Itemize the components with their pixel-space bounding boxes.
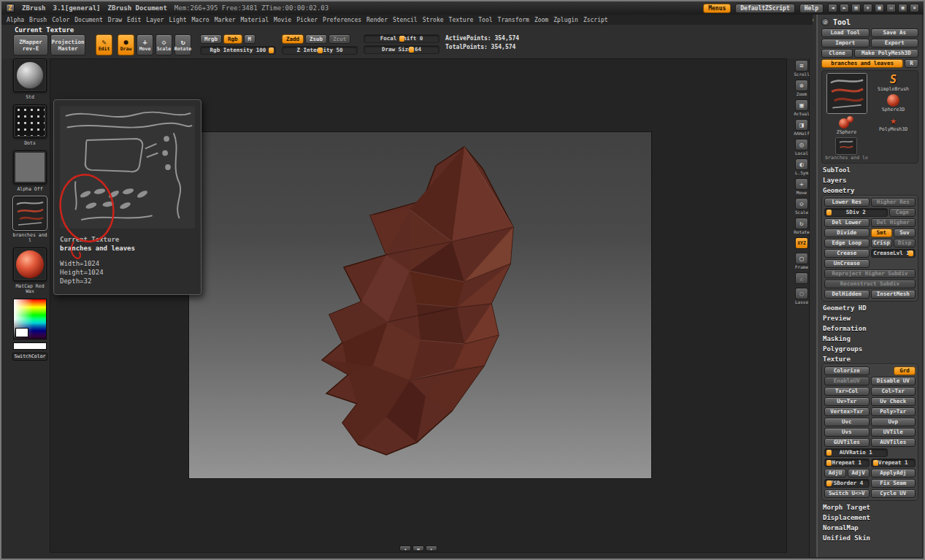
current-color-swatch[interactable] xyxy=(15,328,28,337)
rotate-button[interactable]: ↻ Rotate xyxy=(174,34,191,55)
window-icon[interactable]: ◄ xyxy=(828,4,837,12)
edit-button[interactable]: ✎ Edit xyxy=(96,34,112,55)
tool-top-button[interactable]: Load Tool xyxy=(821,28,870,37)
geometry-button[interactable]: Smt xyxy=(871,229,893,237)
stroke-thumb[interactable] xyxy=(13,104,47,138)
geometry-button[interactable]: Cage xyxy=(889,208,916,217)
tool-top-button[interactable]: branches and leaves xyxy=(821,59,903,68)
menu-item[interactable]: Preferences xyxy=(321,16,364,24)
tool-top-button[interactable]: Clone xyxy=(821,49,853,58)
help-button[interactable]: Help xyxy=(799,4,824,13)
palette-section[interactable]: Unified Skin xyxy=(821,532,918,542)
texture-button[interactable]: Col>Txr xyxy=(871,387,916,396)
texture-button[interactable]: Poly>Txr xyxy=(871,407,916,416)
menu-item[interactable]: Movie xyxy=(272,16,293,24)
switch-color-button[interactable]: SwitchColor xyxy=(12,353,47,361)
texture-button[interactable]: Uvc xyxy=(824,418,870,426)
strip-item[interactable]: XYZ xyxy=(795,237,808,250)
menu-item[interactable]: Render xyxy=(364,16,390,24)
texture-thumb[interactable] xyxy=(13,196,47,230)
menu-item[interactable]: Macro xyxy=(190,16,212,24)
strip-item[interactable]: ◭ xyxy=(795,272,808,285)
tool-item-recent[interactable]: branches and le xyxy=(825,137,868,161)
texture-button[interactable]: Txr>Col xyxy=(824,387,870,396)
menu-item[interactable]: Stencil xyxy=(391,16,420,24)
window-icon[interactable]: ▣ xyxy=(898,4,907,12)
texture-button[interactable]: FSBorder 4 xyxy=(824,479,870,488)
menu-item[interactable]: Transform xyxy=(496,16,531,24)
texture-button[interactable]: Uv>Txr xyxy=(824,397,870,406)
menu-item[interactable]: Brush xyxy=(27,16,49,24)
menus-button[interactable]: Menus xyxy=(703,4,731,13)
draw-size-slider[interactable]: Draw Size 64 xyxy=(364,45,440,54)
model-3d[interactable] xyxy=(300,139,541,468)
menu-item[interactable]: Light xyxy=(166,16,188,24)
menu-item[interactable]: Zplugin xyxy=(551,16,580,24)
strip-item[interactable]: ▣ Actual xyxy=(794,99,810,116)
texture-button[interactable]: Uvs xyxy=(824,428,870,437)
menu-item[interactable]: Draw xyxy=(106,16,124,24)
tool-top-button[interactable]: Import xyxy=(821,39,870,47)
menu-item[interactable]: Zoom xyxy=(532,16,550,24)
document[interactable] xyxy=(189,132,651,478)
defaultzscript-button[interactable]: DefaultZScript xyxy=(735,4,794,13)
menu-item[interactable]: Document xyxy=(72,16,105,24)
palette-section[interactable]: NormalMap xyxy=(821,522,918,532)
palette-circle-icon[interactable]: ↺ xyxy=(821,18,829,26)
strip-item[interactable]: ◐ L.Sym xyxy=(795,158,808,175)
scale-button[interactable]: ◇ Scale xyxy=(156,34,172,55)
geometry-button[interactable]: Suv xyxy=(894,229,916,237)
scrollbar-segment[interactable]: ▸ xyxy=(426,545,437,551)
palette-section[interactable]: Polygroups xyxy=(821,343,918,353)
scrollbar-segment[interactable]: ▬ xyxy=(412,545,424,551)
menu-item[interactable]: Picker xyxy=(294,16,320,24)
geometry-section-title[interactable]: Geometry xyxy=(821,185,918,195)
strip-item[interactable]: ◌ Lasso xyxy=(795,288,808,304)
texture-button[interactable]: Switch U<>V xyxy=(824,489,870,498)
tool-item-polymesh3d[interactable]: ★ PolyMesh3D xyxy=(879,115,907,132)
geometry-button[interactable]: SDiv 2 xyxy=(824,208,888,217)
palette-section[interactable]: Displacement xyxy=(821,512,918,522)
window-icon[interactable]: ▦ xyxy=(875,4,884,12)
focal-shift-slider[interactable]: Focal Shift 0 xyxy=(364,34,440,43)
palette-section[interactable]: SubTool xyxy=(821,164,918,174)
window-icon[interactable]: ► xyxy=(840,4,849,12)
menu-item[interactable]: Alpha xyxy=(4,16,26,24)
panel-divider[interactable]: ‹ xyxy=(809,15,817,557)
menu-item[interactable]: Zscript xyxy=(581,16,610,24)
strip-item[interactable]: + Move xyxy=(795,178,808,195)
rgb-intensity-slider[interactable]: Rgb Intensity 100 xyxy=(200,46,276,55)
geometry-button[interactable]: Lower Res xyxy=(824,198,870,207)
texture-button[interactable]: Fix Seam xyxy=(871,479,916,488)
texture-button[interactable]: EnableUV xyxy=(824,377,870,386)
zadd-button[interactable]: Zadd xyxy=(282,34,304,44)
menu-item[interactable]: Material xyxy=(239,16,272,24)
tool-item-sphere3d[interactable]: Sphere3D xyxy=(882,94,905,112)
zcut-button[interactable]: Zcut xyxy=(329,34,350,44)
geometry-button[interactable]: Reproject Higher Subdiv xyxy=(824,269,916,278)
tool-item-simplebrush[interactable]: S SimpleBrush xyxy=(878,73,909,92)
texture-button[interactable]: Disable UV xyxy=(871,377,916,386)
geometry-button[interactable]: UnCrease xyxy=(824,259,870,268)
palette-section[interactable]: Deformation xyxy=(821,323,918,333)
z-intensity-slider[interactable]: Z Intensity 50 xyxy=(282,46,358,55)
window-icon[interactable]: × xyxy=(910,4,919,12)
brush-thumb[interactable] xyxy=(13,58,47,92)
tool-item-zsphere[interactable]: ZSphere xyxy=(837,116,856,135)
palette-section[interactable]: Preview xyxy=(821,312,918,323)
texture-button[interactable]: AdjV xyxy=(848,469,870,477)
color-picker[interactable] xyxy=(13,299,47,340)
texture-button[interactable]: Uvp xyxy=(871,418,916,426)
window-icon[interactable]: ▤ xyxy=(851,4,861,12)
tool-top-button[interactable]: Export xyxy=(871,39,919,47)
m-button[interactable]: M xyxy=(244,34,256,44)
geometry-button[interactable]: Crisp xyxy=(871,239,893,248)
texture-button[interactable]: AdjU xyxy=(824,469,846,477)
zmapper-button[interactable]: ZMapper rev-E xyxy=(13,34,48,55)
menu-item[interactable]: Edit xyxy=(125,16,143,24)
window-icon[interactable]: ▭ xyxy=(886,4,896,12)
texture-button[interactable]: Cycle UV xyxy=(871,489,916,498)
menu-item[interactable]: Texture xyxy=(447,16,476,24)
geometry-button[interactable]: Higher Res xyxy=(871,198,916,207)
texture-button[interactable]: Vrepeat 1 xyxy=(871,459,916,467)
